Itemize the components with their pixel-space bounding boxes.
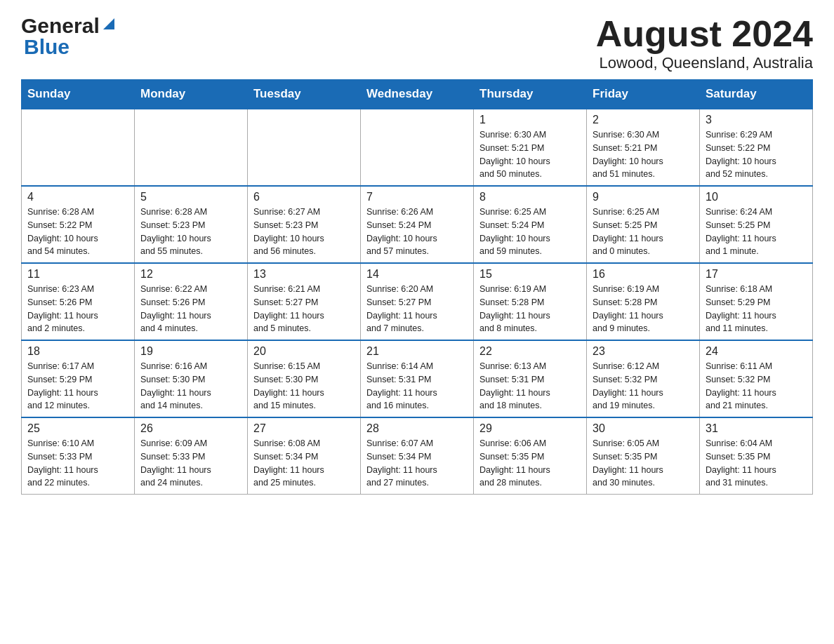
table-row: 29Sunrise: 6:06 AMSunset: 5:35 PMDayligh… (474, 417, 587, 495)
day-number: 2 (593, 114, 694, 126)
day-info: Sunrise: 6:28 AMSunset: 5:22 PMDaylight:… (27, 206, 128, 258)
day-info: Sunrise: 6:19 AMSunset: 5:28 PMDaylight:… (593, 283, 694, 335)
logo-blue-text: Blue (24, 35, 70, 58)
table-row (248, 109, 361, 186)
table-row: 24Sunrise: 6:11 AMSunset: 5:32 PMDayligh… (700, 340, 813, 417)
table-row: 21Sunrise: 6:14 AMSunset: 5:31 PMDayligh… (361, 340, 474, 417)
day-info: Sunrise: 6:27 AMSunset: 5:23 PMDaylight:… (253, 206, 355, 258)
day-number: 8 (479, 191, 581, 203)
day-info: Sunrise: 6:23 AMSunset: 5:26 PMDaylight:… (27, 283, 128, 335)
day-number: 24 (706, 345, 807, 358)
logo-triangle-icon (101, 16, 117, 32)
table-row: 31Sunrise: 6:04 AMSunset: 5:35 PMDayligh… (700, 417, 813, 495)
day-info: Sunrise: 6:10 AMSunset: 5:33 PMDaylight:… (27, 437, 128, 490)
table-row (22, 109, 135, 186)
day-info: Sunrise: 6:13 AMSunset: 5:31 PMDaylight:… (479, 360, 581, 412)
day-info: Sunrise: 6:28 AMSunset: 5:23 PMDaylight:… (140, 206, 241, 258)
col-sunday: Sunday (22, 80, 135, 109)
day-number: 19 (140, 345, 241, 358)
day-info: Sunrise: 6:24 AMSunset: 5:25 PMDaylight:… (706, 206, 807, 258)
table-row: 26Sunrise: 6:09 AMSunset: 5:33 PMDayligh… (135, 417, 248, 495)
table-row: 4Sunrise: 6:28 AMSunset: 5:22 PMDaylight… (22, 186, 135, 263)
day-info: Sunrise: 6:29 AMSunset: 5:22 PMDaylight:… (706, 128, 807, 181)
day-info: Sunrise: 6:08 AMSunset: 5:34 PMDaylight:… (253, 437, 355, 490)
table-row: 28Sunrise: 6:07 AMSunset: 5:34 PMDayligh… (361, 417, 474, 495)
table-row: 18Sunrise: 6:17 AMSunset: 5:29 PMDayligh… (22, 340, 135, 417)
table-row: 23Sunrise: 6:12 AMSunset: 5:32 PMDayligh… (587, 340, 700, 417)
day-number: 15 (479, 268, 581, 281)
col-thursday: Thursday (474, 80, 587, 109)
page-header: General Blue August 2024 Lowood, Queensl… (21, 14, 813, 72)
day-number: 21 (366, 345, 468, 358)
table-row: 19Sunrise: 6:16 AMSunset: 5:30 PMDayligh… (135, 340, 248, 417)
page-title: August 2024 (596, 14, 813, 54)
day-info: Sunrise: 6:22 AMSunset: 5:26 PMDaylight:… (140, 283, 241, 335)
table-row: 5Sunrise: 6:28 AMSunset: 5:23 PMDaylight… (135, 186, 248, 263)
day-number: 17 (706, 268, 807, 281)
day-info: Sunrise: 6:26 AMSunset: 5:24 PMDaylight:… (366, 206, 468, 258)
calendar-week-row: 25Sunrise: 6:10 AMSunset: 5:33 PMDayligh… (22, 417, 813, 495)
table-row: 30Sunrise: 6:05 AMSunset: 5:35 PMDayligh… (587, 417, 700, 495)
col-tuesday: Tuesday (248, 80, 361, 109)
table-row: 6Sunrise: 6:27 AMSunset: 5:23 PMDaylight… (248, 186, 361, 263)
table-row: 1Sunrise: 6:30 AMSunset: 5:21 PMDaylight… (474, 109, 587, 186)
day-info: Sunrise: 6:04 AMSunset: 5:35 PMDaylight:… (706, 437, 807, 490)
day-number: 30 (593, 422, 694, 435)
col-friday: Friday (587, 80, 700, 109)
day-number: 11 (27, 268, 128, 281)
table-row: 12Sunrise: 6:22 AMSunset: 5:26 PMDayligh… (135, 263, 248, 340)
col-wednesday: Wednesday (361, 80, 474, 109)
day-info: Sunrise: 6:05 AMSunset: 5:35 PMDaylight:… (593, 437, 694, 490)
day-number: 12 (140, 268, 241, 281)
day-info: Sunrise: 6:09 AMSunset: 5:33 PMDaylight:… (140, 437, 241, 490)
table-row: 20Sunrise: 6:15 AMSunset: 5:30 PMDayligh… (248, 340, 361, 417)
day-info: Sunrise: 6:07 AMSunset: 5:34 PMDaylight:… (366, 437, 468, 490)
day-number: 4 (27, 191, 128, 203)
day-info: Sunrise: 6:30 AMSunset: 5:21 PMDaylight:… (593, 128, 694, 181)
svg-marker-0 (103, 18, 114, 29)
table-row: 25Sunrise: 6:10 AMSunset: 5:33 PMDayligh… (22, 417, 135, 495)
day-number: 6 (253, 191, 355, 203)
calendar-week-row: 11Sunrise: 6:23 AMSunset: 5:26 PMDayligh… (22, 263, 813, 340)
day-number: 1 (479, 114, 581, 126)
day-number: 26 (140, 422, 241, 435)
day-number: 7 (366, 191, 468, 203)
table-row: 14Sunrise: 6:20 AMSunset: 5:27 PMDayligh… (361, 263, 474, 340)
col-monday: Monday (135, 80, 248, 109)
table-row: 17Sunrise: 6:18 AMSunset: 5:29 PMDayligh… (700, 263, 813, 340)
day-number: 31 (706, 422, 807, 435)
day-info: Sunrise: 6:06 AMSunset: 5:35 PMDaylight:… (479, 437, 581, 490)
table-row: 3Sunrise: 6:29 AMSunset: 5:22 PMDaylight… (700, 109, 813, 186)
day-info: Sunrise: 6:25 AMSunset: 5:25 PMDaylight:… (593, 206, 694, 258)
day-info: Sunrise: 6:30 AMSunset: 5:21 PMDaylight:… (479, 128, 581, 181)
table-row: 27Sunrise: 6:08 AMSunset: 5:34 PMDayligh… (248, 417, 361, 495)
calendar-week-row: 18Sunrise: 6:17 AMSunset: 5:29 PMDayligh… (22, 340, 813, 417)
title-block: August 2024 Lowood, Queensland, Australi… (596, 14, 813, 72)
day-info: Sunrise: 6:19 AMSunset: 5:28 PMDaylight:… (479, 283, 581, 335)
day-info: Sunrise: 6:18 AMSunset: 5:29 PMDaylight:… (706, 283, 807, 335)
day-number: 20 (253, 345, 355, 358)
day-number: 3 (706, 114, 807, 126)
table-row: 16Sunrise: 6:19 AMSunset: 5:28 PMDayligh… (587, 263, 700, 340)
table-row (135, 109, 248, 186)
day-info: Sunrise: 6:15 AMSunset: 5:30 PMDaylight:… (253, 360, 355, 412)
day-number: 9 (593, 191, 694, 203)
day-number: 5 (140, 191, 241, 203)
table-row: 10Sunrise: 6:24 AMSunset: 5:25 PMDayligh… (700, 186, 813, 263)
calendar-header-row: Sunday Monday Tuesday Wednesday Thursday… (22, 80, 813, 109)
day-number: 22 (479, 345, 581, 358)
col-saturday: Saturday (700, 80, 813, 109)
day-number: 25 (27, 422, 128, 435)
logo: General Blue (21, 14, 117, 59)
calendar-week-row: 1Sunrise: 6:30 AMSunset: 5:21 PMDaylight… (22, 109, 813, 186)
day-info: Sunrise: 6:16 AMSunset: 5:30 PMDaylight:… (140, 360, 241, 412)
day-info: Sunrise: 6:14 AMSunset: 5:31 PMDaylight:… (366, 360, 468, 412)
day-number: 27 (253, 422, 355, 435)
logo-general-text: General (21, 14, 100, 38)
table-row: 22Sunrise: 6:13 AMSunset: 5:31 PMDayligh… (474, 340, 587, 417)
day-info: Sunrise: 6:11 AMSunset: 5:32 PMDaylight:… (706, 360, 807, 412)
table-row: 9Sunrise: 6:25 AMSunset: 5:25 PMDaylight… (587, 186, 700, 263)
day-info: Sunrise: 6:12 AMSunset: 5:32 PMDaylight:… (593, 360, 694, 412)
day-number: 28 (366, 422, 468, 435)
table-row: 8Sunrise: 6:25 AMSunset: 5:24 PMDaylight… (474, 186, 587, 263)
